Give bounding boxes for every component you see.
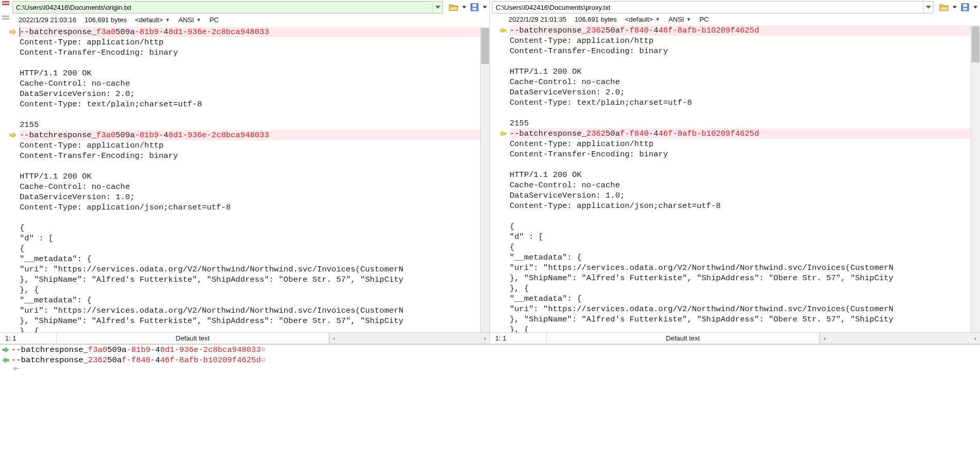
text-line[interactable]: Content-Type: application/http xyxy=(20,140,489,151)
hscroll-right-button[interactable]: › xyxy=(971,333,980,344)
text-line[interactable]: HTTP/1.1 200 OK xyxy=(510,170,980,180)
left-save-dropdown[interactable] xyxy=(481,2,488,12)
text-line[interactable] xyxy=(20,161,489,171)
hscroll-right-button[interactable]: › xyxy=(480,333,489,344)
right-path-bar xyxy=(492,1,934,13)
left-open-dropdown[interactable] xyxy=(461,2,468,12)
diff-arrow-left-icon[interactable] xyxy=(499,130,507,137)
text-line[interactable]: 2155 xyxy=(20,120,489,130)
text-line[interactable]: Cache-Control: no-cache xyxy=(510,77,980,87)
text-line[interactable]: Content-Transfer-Encoding: binary xyxy=(510,149,980,159)
text-line[interactable] xyxy=(20,58,489,68)
left-save-button[interactable] xyxy=(469,2,480,12)
arrow-left-icon xyxy=(2,357,9,364)
hscroll-left-button[interactable]: ‹ xyxy=(820,333,829,344)
text-line[interactable]: "uri": "https://services.odata.org/V2/No… xyxy=(510,263,980,273)
left-vertical-scrollbar[interactable] xyxy=(480,27,489,332)
right-open-dropdown[interactable] xyxy=(951,2,958,12)
text-line[interactable]: }, { xyxy=(510,325,980,332)
right-path-dropdown[interactable] xyxy=(923,2,933,13)
text-line[interactable]: HTTP/1.1 200 OK xyxy=(510,67,980,77)
right-path-input[interactable] xyxy=(493,3,923,12)
text-line[interactable]: "uri": "https://services.odata.org/V2/No… xyxy=(20,305,489,316)
text-line[interactable]: --batchresponse_f3a0509a-81b9-48d1-936e-… xyxy=(20,27,489,37)
right-lineend-dropdown[interactable]: PC xyxy=(699,15,709,23)
right-vertical-scrollbar[interactable] xyxy=(971,25,980,332)
left-filter-dropdown[interactable]: <default>▼ xyxy=(135,16,170,24)
text-line[interactable]: Content-Type: application/http xyxy=(510,139,980,149)
text-line[interactable]: "d" : [ xyxy=(510,232,980,242)
text-line[interactable]: Cache-Control: no-cache xyxy=(510,180,980,190)
text-line[interactable] xyxy=(510,56,980,67)
diff-arrow-right-icon[interactable] xyxy=(9,132,17,139)
text-line[interactable]: }, "ShipName": "Alfred's Futterkiste", "… xyxy=(20,275,489,285)
text-line[interactable]: DataServiceVersion: 2.0; xyxy=(510,87,980,98)
text-line[interactable]: HTTP/1.1 200 OK xyxy=(20,68,489,78)
left-path-input[interactable] xyxy=(13,3,433,12)
text-line[interactable]: Content-Type: application/json;charset=u… xyxy=(510,201,980,211)
text-line[interactable]: 2155 xyxy=(510,118,980,128)
text-line[interactable]: DataServiceVersion: 1.0; xyxy=(510,190,980,201)
right-save-dropdown[interactable] xyxy=(972,2,979,12)
diff-arrow-left-icon[interactable] xyxy=(499,27,507,34)
text-line[interactable]: }, { xyxy=(20,285,489,295)
hscroll-left-button[interactable]: ‹ xyxy=(330,333,339,344)
text-line[interactable]: Content-Type: text/plain;charset=utf-8 xyxy=(510,98,980,108)
text-line[interactable]: Content-Transfer-Encoding: binary xyxy=(510,46,980,56)
diff-summary-line[interactable]: --batchresponse_236250af-f840-446f-8afb-… xyxy=(0,355,980,365)
text-line[interactable]: }, "ShipName": "Alfred's Futterkiste", "… xyxy=(20,316,489,326)
text-line[interactable]: }, { xyxy=(20,326,489,332)
right-encoding-dropdown[interactable]: ANSI▼ xyxy=(668,15,691,23)
text-line[interactable] xyxy=(20,213,489,223)
text-line[interactable]: Content-Type: application/http xyxy=(20,37,489,47)
text-line[interactable] xyxy=(510,211,980,221)
text-line[interactable] xyxy=(20,109,489,120)
text-line[interactable]: DataServiceVersion: 2.0; xyxy=(20,89,489,99)
text-line[interactable]: { xyxy=(20,244,489,254)
text-line[interactable]: Cache-Control: no-cache xyxy=(20,78,489,89)
text-line[interactable]: { xyxy=(20,223,489,233)
diff-arrow-right-icon[interactable] xyxy=(9,28,17,36)
right-pane: 2022/1/29 21:01:35 106,691 bytes <defaul… xyxy=(490,0,980,344)
text-line[interactable]: Content-Transfer-Encoding: binary xyxy=(20,151,489,161)
diff-summary-line[interactable]: --batchresponse_f3a0509a-81b9-48d1-936e-… xyxy=(0,345,980,355)
text-line[interactable]: { xyxy=(510,221,980,232)
diff-indicator-column xyxy=(0,0,11,13)
text-line[interactable]: "uri": "https://services.odata.org/V2/No… xyxy=(510,304,980,314)
text-line[interactable]: Content-Type: application/json;charset=u… xyxy=(20,202,489,213)
text-line[interactable]: "uri": "https://services.odata.org/V2/No… xyxy=(20,264,489,275)
text-line[interactable]: Content-Transfer-Encoding: binary xyxy=(20,47,489,58)
text-line[interactable]: "__metadata": { xyxy=(20,295,489,305)
right-text-viewer[interactable]: --batchresponse_236250af-f840-446f-8afb-… xyxy=(509,25,980,332)
left-path-dropdown[interactable] xyxy=(433,2,443,13)
diff-indicator-spacer xyxy=(0,13,11,27)
text-line[interactable]: "__metadata": { xyxy=(20,254,489,264)
right-open-file-button[interactable] xyxy=(938,2,950,12)
text-line[interactable]: Content-Type: text/plain;charset=utf-8 xyxy=(20,99,489,109)
text-line[interactable]: --batchresponse_236250af-f840-446f-8afb-… xyxy=(510,128,980,139)
left-encoding-dropdown[interactable]: ANSI▼ xyxy=(178,16,201,24)
left-open-file-button[interactable] xyxy=(447,2,460,12)
text-line[interactable]: Cache-Control: no-cache xyxy=(20,182,489,192)
left-horizontal-scrollbar[interactable]: ‹ › xyxy=(329,333,489,344)
right-horizontal-scrollbar[interactable]: ‹ › xyxy=(820,333,980,344)
text-line[interactable]: "d" : [ xyxy=(20,233,489,244)
text-line[interactable]: { xyxy=(510,242,980,252)
left-lineend-dropdown[interactable]: PC xyxy=(209,16,219,24)
text-line[interactable]: --batchresponse_f3a0509a-81b9-48d1-936e-… xyxy=(20,130,489,140)
text-line[interactable]: "__metadata": { xyxy=(510,294,980,304)
left-text-viewer[interactable]: --batchresponse_f3a0509a-81b9-48d1-936e-… xyxy=(19,27,489,332)
text-line[interactable]: }, "ShipName": "Alfred's Futterkiste", "… xyxy=(510,273,980,283)
text-line[interactable] xyxy=(510,108,980,118)
text-line[interactable]: --batchresponse_236250af-f840-446f-8afb-… xyxy=(510,25,980,36)
text-line[interactable]: "__metadata": { xyxy=(510,252,980,263)
text-line[interactable] xyxy=(510,159,980,170)
text-line[interactable]: HTTP/1.1 200 OK xyxy=(20,171,489,182)
text-line[interactable]: }, { xyxy=(510,283,980,294)
text-line[interactable]: Content-Type: application/http xyxy=(510,36,980,46)
right-save-button[interactable] xyxy=(959,2,971,12)
right-filter-dropdown[interactable]: <default>▼ xyxy=(625,15,660,23)
text-line[interactable]: DataServiceVersion: 1.0; xyxy=(20,192,489,202)
text-line[interactable]: }, "ShipName": "Alfred's Futterkiste", "… xyxy=(510,314,980,325)
svg-rect-2 xyxy=(472,8,477,10)
